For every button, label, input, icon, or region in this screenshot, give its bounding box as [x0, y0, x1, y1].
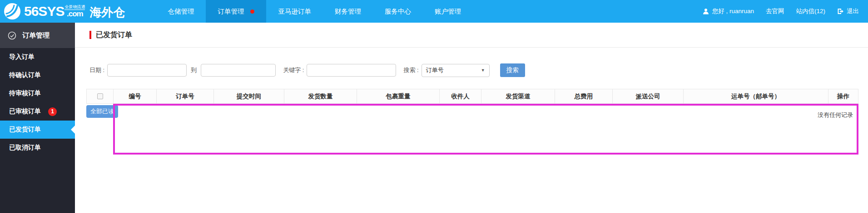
top-nav: 仓储管理 订单管理 亚马逊订单 财务管理 服务中心 账户管理 — [156, 0, 473, 23]
nav-item-service-center[interactable]: 服务中心 — [373, 0, 423, 23]
sidebar-item-shipped-orders[interactable]: 已发货订单 — [0, 121, 75, 139]
nav-item-finance[interactable]: 财务管理 — [323, 0, 373, 23]
sidebar-section-label: 订单管理 — [22, 31, 50, 40]
greeting-text: 您好 , ruanruan — [712, 7, 754, 15]
date-label: 日期 : — [89, 66, 104, 74]
logo-swoosh-icon — [4, 3, 21, 20]
nav-item-warehouse[interactable]: 仓储管理 — [156, 0, 206, 23]
highlight-annotation-box: 没有任何记录 — [113, 104, 858, 155]
select-all-checkbox[interactable] — [97, 93, 103, 99]
col-total-fee: 总费用 — [555, 89, 613, 103]
notification-dot-icon — [250, 10, 254, 14]
sidebar-item-label: 待确认订单 — [9, 71, 41, 79]
date-from-input[interactable] — [107, 64, 187, 77]
sidebar-item-label: 已审核订单 — [9, 107, 41, 116]
search-by-label: 搜索 : — [403, 66, 418, 74]
orders-table: 编号 订单号 提交时间 发货数量 包裹重量 收件人 发货渠道 总费用 派送公司 … — [86, 89, 858, 157]
nav-label: 仓储管理 — [168, 7, 194, 16]
date-to-label: 到 — [191, 66, 197, 74]
col-number: 编号 — [114, 89, 157, 103]
logo-dotcom-block: 全景物流通 .com — [64, 5, 85, 18]
title-accent-bar — [89, 31, 91, 39]
col-actions: 操作 — [828, 89, 858, 103]
sidebar-item-pending-review-orders[interactable]: 待审核订单 — [0, 84, 75, 102]
sidebar-item-cancelled-orders[interactable]: 已取消订单 — [0, 139, 75, 157]
chevron-down-icon: ▼ — [481, 68, 485, 73]
table-header-row: 编号 订单号 提交时间 发货数量 包裹重量 收件人 发货渠道 总费用 派送公司 … — [86, 89, 858, 104]
nav-item-amazon-orders[interactable]: 亚马逊订单 — [266, 0, 323, 23]
page-title-row: 已发货订单 — [75, 23, 868, 48]
user-greeting[interactable]: 您好 , ruanruan — [703, 7, 754, 15]
logo-text: 56SYS 全景物流通 .com 海外仓 — [24, 5, 125, 18]
nav-label: 订单管理 — [218, 7, 244, 16]
col-delivery-company: 派送公司 — [613, 89, 684, 103]
page-title: 已发货订单 — [96, 30, 132, 40]
nav-item-orders[interactable]: 订单管理 — [206, 0, 266, 23]
user-area: 您好 , ruanruan 去官网 站内信(12) 退出 — [703, 7, 868, 15]
col-order-no: 订单号 — [157, 89, 214, 103]
product-name: 海外仓 — [89, 6, 125, 18]
unread-count-badge: 1 — [48, 107, 57, 116]
sidebar-item-pending-confirm-orders[interactable]: 待确认订单 — [0, 66, 75, 84]
user-icon — [703, 8, 709, 15]
top-header: 56SYS 全景物流通 .com 海外仓 仓储管理 订单管理 亚马逊订单 财务管… — [0, 0, 868, 23]
col-submit-time: 提交时间 — [214, 89, 284, 103]
search-type-value: 订单号 — [426, 66, 444, 74]
nav-label: 账户管理 — [435, 7, 461, 16]
sidebar: 订单管理 导入订单 待确认订单 待审核订单 已审核订单 1 已发货订单 已取消订… — [0, 23, 75, 213]
nav-label: 亚马逊订单 — [278, 7, 311, 16]
logout-label: 退出 — [847, 7, 859, 15]
col-waybill-no: 运单号（邮单号） — [684, 89, 828, 103]
col-package-weight: 包裹重量 — [357, 89, 440, 103]
app-logo[interactable]: 56SYS 全景物流通 .com 海外仓 — [0, 3, 129, 20]
logout-icon — [837, 8, 844, 15]
sidebar-item-label: 已发货订单 — [9, 126, 41, 134]
keyword-label: 关键字 : — [283, 66, 304, 74]
sidebar-item-label: 待审核订单 — [9, 89, 41, 97]
date-to-input[interactable] — [201, 64, 276, 77]
empty-records-text: 没有任何记录 — [818, 111, 853, 119]
main-content: 已发货订单 日期 : 到 关键字 : 搜索 : 订单号 ▼ 搜索 编号 订单号 — [75, 23, 868, 213]
sidebar-item-import-orders[interactable]: 导入订单 — [0, 48, 75, 66]
sidebar-item-reviewed-orders[interactable]: 已审核订单 1 — [0, 102, 75, 121]
nav-item-account[interactable]: 账户管理 — [423, 0, 473, 23]
col-recipient: 收件人 — [440, 89, 481, 103]
circle-check-icon — [8, 31, 16, 40]
logout-link[interactable]: 退出 — [837, 7, 859, 15]
sidebar-section-orders: 订单管理 — [0, 23, 75, 48]
logo-domain: .com — [67, 10, 83, 18]
brand-name: 56SYS — [24, 5, 64, 18]
active-item-notch — [71, 126, 75, 134]
sidebar-item-label: 已取消订单 — [9, 144, 41, 152]
search-type-select[interactable]: 订单号 ▼ — [422, 64, 490, 77]
inbox-link[interactable]: 站内信(12) — [796, 7, 825, 15]
keyword-input[interactable] — [307, 64, 396, 77]
official-site-link[interactable]: 去官网 — [766, 7, 784, 15]
sidebar-item-label: 导入订单 — [9, 53, 35, 61]
table-body: 全部已读 没有任何记录 — [86, 104, 858, 157]
nav-label: 财务管理 — [335, 7, 361, 16]
filter-bar: 日期 : 到 关键字 : 搜索 : 订单号 ▼ 搜索 — [89, 63, 868, 77]
col-ship-qty: 发货数量 — [284, 89, 357, 103]
nav-label: 服务中心 — [385, 7, 411, 16]
search-button[interactable]: 搜索 — [500, 63, 525, 77]
select-all-cell — [87, 89, 114, 103]
col-ship-channel: 发货渠道 — [481, 89, 555, 103]
